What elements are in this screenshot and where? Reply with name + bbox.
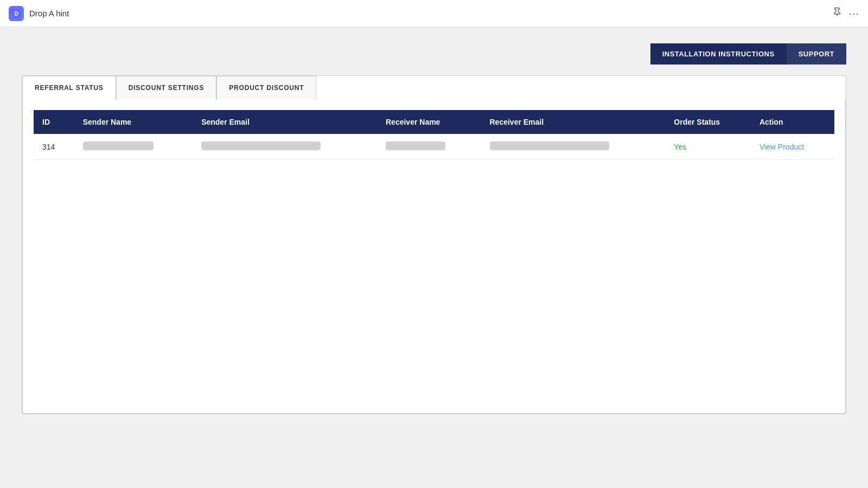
table-header: ID Sender Name Sender Email Receiver Nam… xyxy=(34,110,834,134)
top-bar-right: ··· xyxy=(832,7,859,20)
header-buttons: INSTALLATION INSTRUCTIONS SUPPORT xyxy=(22,43,846,65)
cell-order-status: Yes xyxy=(665,134,751,160)
cell-receiver-email xyxy=(481,134,666,160)
col-sender-name: Sender Name xyxy=(74,110,193,134)
cell-sender-name xyxy=(74,134,193,160)
sender-name-blurred xyxy=(83,142,154,150)
support-button[interactable]: SUPPORT xyxy=(787,43,846,65)
tab-referral-status[interactable]: REFERRAL STATUS xyxy=(22,76,116,100)
tab-discount-settings[interactable]: DISCOUNT SETTINGS xyxy=(116,76,217,100)
tabs-container: REFERRAL STATUS DISCOUNT SETTINGS PRODUC… xyxy=(22,75,846,414)
tab-product-discount[interactable]: PRODUCT DISCOUNT xyxy=(216,76,316,100)
receiver-email-blurred xyxy=(490,142,609,150)
view-product-link[interactable]: View Product xyxy=(760,143,804,151)
receiver-name-blurred xyxy=(386,142,445,150)
table-area: ID Sender Name Sender Email Receiver Nam… xyxy=(22,99,846,414)
col-receiver-name: Receiver Name xyxy=(377,110,481,134)
sender-email-blurred xyxy=(201,142,321,150)
referral-table: ID Sender Name Sender Email Receiver Nam… xyxy=(34,110,834,160)
cell-id: 314 xyxy=(34,134,74,160)
col-receiver-email: Receiver Email xyxy=(481,110,666,134)
col-id: ID xyxy=(34,110,74,134)
pin-icon[interactable] xyxy=(832,7,842,20)
tabs-header: REFERRAL STATUS DISCOUNT SETTINGS PRODUC… xyxy=(22,76,846,99)
installation-instructions-button[interactable]: INSTALLATION INSTRUCTIONS xyxy=(650,43,787,65)
more-icon[interactable]: ··· xyxy=(848,7,859,20)
cell-action: View Product xyxy=(751,134,834,160)
app-title: Drop A hint xyxy=(29,9,69,18)
top-bar: D Drop A hint ··· xyxy=(0,0,868,27)
cell-receiver-name xyxy=(377,134,481,160)
table-row: 314 Yes xyxy=(34,134,834,160)
cell-sender-email xyxy=(193,134,377,160)
top-bar-left: D Drop A hint xyxy=(9,6,69,21)
svg-text:D: D xyxy=(14,11,18,17)
col-sender-email: Sender Email xyxy=(193,110,377,134)
table-body: 314 Yes xyxy=(34,134,834,160)
status-badge: Yes xyxy=(674,143,686,151)
col-action: Action xyxy=(751,110,834,134)
col-order-status: Order Status xyxy=(665,110,751,134)
app-icon: D xyxy=(9,6,24,21)
main-content: INSTALLATION INSTRUCTIONS SUPPORT REFERR… xyxy=(0,27,868,431)
